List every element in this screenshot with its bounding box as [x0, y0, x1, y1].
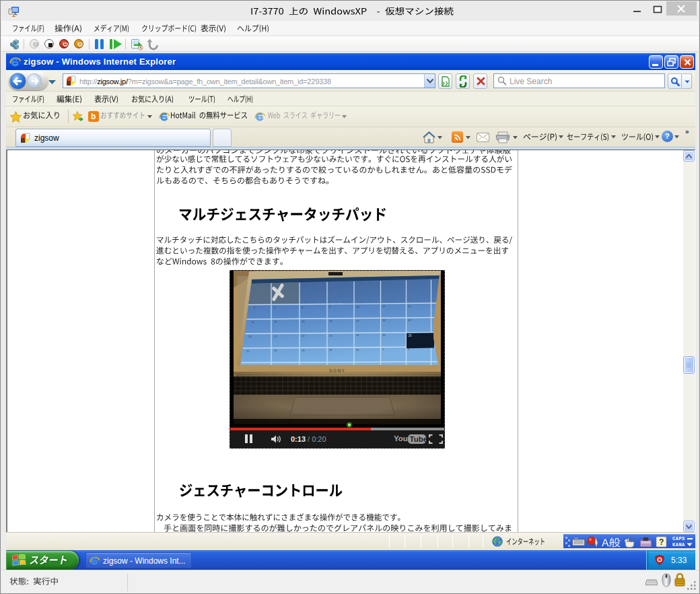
svg-text:25: 25	[382, 333, 386, 337]
svg-text:21: 21	[274, 335, 277, 338]
svg-text:12: 12	[408, 304, 411, 308]
svg-text:24: 24	[356, 333, 359, 337]
svg-text:26: 26	[409, 334, 413, 337]
svg-text:29: 29	[302, 349, 305, 352]
svg-text:?: ?	[659, 537, 664, 547]
svg-text:11: 11	[382, 304, 386, 308]
svg-text:31: 31	[356, 348, 359, 352]
svg-text:23: 23	[329, 334, 332, 337]
svg-text:17: 17	[356, 319, 359, 323]
svg-text:18: 18	[382, 319, 386, 322]
svg-text:10: 10	[356, 305, 359, 308]
svg-text:19: 19	[408, 319, 411, 322]
svg-text:14: 14	[274, 320, 277, 323]
svg-text:22: 22	[302, 334, 305, 337]
svg-text:13: 13	[251, 321, 254, 324]
svg-text:30: 30	[329, 348, 332, 352]
svg-text:20: 20	[248, 335, 252, 338]
svg-text:16: 16	[329, 319, 332, 323]
svg-text:15: 15	[302, 320, 305, 323]
svg-text:27: 27	[246, 350, 250, 353]
svg-text:28: 28	[274, 349, 277, 352]
